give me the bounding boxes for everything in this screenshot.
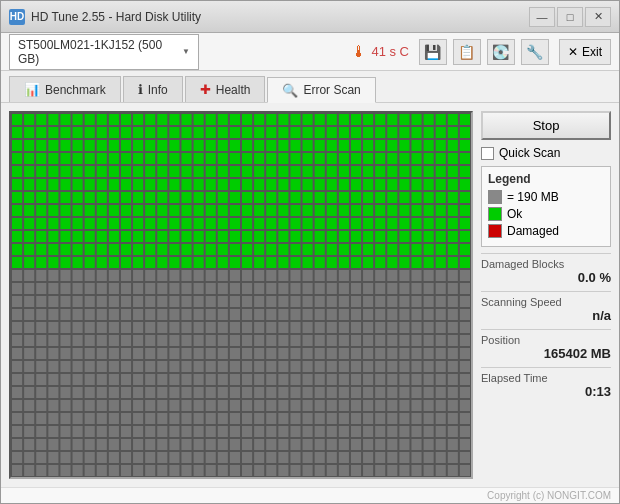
elapsed-time-label: Elapsed Time — [481, 372, 611, 384]
tab-error-scan-label: Error Scan — [303, 83, 360, 97]
main-content: Stop Quick Scan Legend = 190 MB Ok Damag… — [1, 103, 619, 487]
main-window: HD HD Tune 2.55 - Hard Disk Utility — □ … — [0, 0, 620, 504]
damaged-blocks-value: 0.0 % — [481, 270, 611, 285]
stop-button[interactable]: Stop — [481, 111, 611, 140]
save-icon-btn[interactable]: 💾 — [419, 39, 447, 65]
save2-icon-btn[interactable]: 📋 — [453, 39, 481, 65]
scanning-speed-label: Scanning Speed — [481, 296, 611, 308]
window-title: HD Tune 2.55 - Hard Disk Utility — [31, 10, 201, 24]
minimize-button[interactable]: — — [529, 7, 555, 27]
damaged-swatch — [488, 224, 502, 238]
damaged-blocks-label: Damaged Blocks — [481, 258, 611, 270]
scan-area — [9, 111, 473, 479]
search-icon: 🔍 — [282, 83, 298, 98]
scanning-speed-value: n/a — [481, 308, 611, 323]
thermometer-icon: 🌡 — [351, 43, 367, 61]
stats-section: Damaged Blocks 0.0 % Scanning Speed n/a … — [481, 253, 611, 399]
quick-scan-label: Quick Scan — [499, 146, 560, 160]
side-panel: Stop Quick Scan Legend = 190 MB Ok Damag… — [481, 111, 611, 479]
block-size-text: = 190 MB — [507, 190, 559, 204]
drive-label: ST500LM021-1KJ152 (500 GB) — [18, 38, 182, 66]
toolbar: ST500LM021-1KJ152 (500 GB) ▼ 🌡 41 s C 💾 … — [1, 33, 619, 71]
elapsed-time-value: 0:13 — [481, 384, 611, 399]
dropdown-arrow-icon: ▼ — [182, 47, 190, 56]
tab-health-label: Health — [216, 83, 251, 97]
exit-x-icon: ✕ — [568, 45, 578, 59]
health-icon: ✚ — [200, 82, 211, 97]
settings-icon-btn[interactable]: 🔧 — [521, 39, 549, 65]
title-bar: HD HD Tune 2.55 - Hard Disk Utility — □ … — [1, 1, 619, 33]
legend-item-ok: Ok — [488, 207, 604, 221]
legend-title: Legend — [488, 172, 604, 186]
ok-text: Ok — [507, 207, 522, 221]
tab-benchmark-label: Benchmark — [45, 83, 106, 97]
quick-scan-row: Quick Scan — [481, 146, 611, 160]
legend-box: Legend = 190 MB Ok Damaged — [481, 166, 611, 247]
tab-benchmark[interactable]: 📊 Benchmark — [9, 76, 121, 102]
stat-scanning-speed: Scanning Speed n/a — [481, 291, 611, 323]
benchmark-icon: 📊 — [24, 82, 40, 97]
tabs-bar: 📊 Benchmark ℹ Info ✚ Health 🔍 Error Scan — [1, 71, 619, 103]
drive-dropdown[interactable]: ST500LM021-1KJ152 (500 GB) ▼ — [9, 34, 199, 70]
stat-position: Position 165402 MB — [481, 329, 611, 361]
stat-damaged-blocks: Damaged Blocks 0.0 % — [481, 253, 611, 285]
exit-label: Exit — [582, 45, 602, 59]
legend-item-block-size: = 190 MB — [488, 190, 604, 204]
drive-selector: ST500LM021-1KJ152 (500 GB) ▼ — [9, 34, 199, 70]
legend-item-damaged: Damaged — [488, 224, 604, 238]
title-bar-left: HD HD Tune 2.55 - Hard Disk Utility — [9, 9, 201, 25]
toolbar-icons: 💾 📋 💽 🔧 — [419, 39, 549, 65]
exit-button[interactable]: ✕ Exit — [559, 39, 611, 65]
tab-info[interactable]: ℹ Info — [123, 76, 183, 102]
stat-elapsed-time: Elapsed Time 0:13 — [481, 367, 611, 399]
position-label: Position — [481, 334, 611, 346]
app-icon: HD — [9, 9, 25, 25]
info-icon: ℹ — [138, 82, 143, 97]
temperature-value: 41 s C — [371, 44, 409, 59]
tab-info-label: Info — [148, 83, 168, 97]
tab-error-scan[interactable]: 🔍 Error Scan — [267, 77, 375, 103]
save3-icon-btn[interactable]: 💽 — [487, 39, 515, 65]
damaged-text: Damaged — [507, 224, 559, 238]
tab-health[interactable]: ✚ Health — [185, 76, 266, 102]
ok-swatch — [488, 207, 502, 221]
maximize-button[interactable]: □ — [557, 7, 583, 27]
copyright-text: Copyright (c) NONGIT.COM — [487, 490, 611, 501]
scan-canvas — [11, 113, 471, 477]
toolbar-right: 🌡 41 s C 💾 📋 💽 🔧 ✕ Exit — [351, 39, 611, 65]
quick-scan-checkbox[interactable] — [481, 147, 494, 160]
temperature-display: 🌡 41 s C — [351, 43, 409, 61]
window-controls: — □ ✕ — [529, 7, 611, 27]
close-button[interactable]: ✕ — [585, 7, 611, 27]
footer: Copyright (c) NONGIT.COM — [1, 487, 619, 503]
block-size-swatch — [488, 190, 502, 204]
position-value: 165402 MB — [481, 346, 611, 361]
